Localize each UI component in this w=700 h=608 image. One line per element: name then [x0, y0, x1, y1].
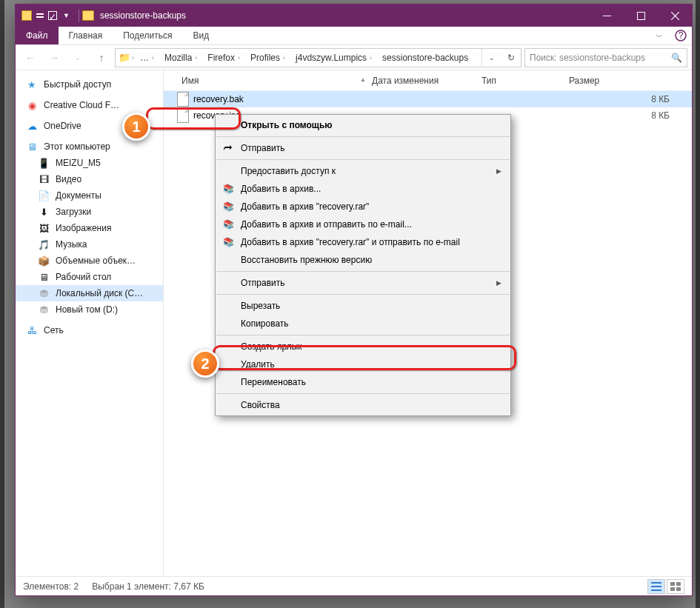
submenu-arrow-icon: ▶	[496, 279, 501, 287]
menu-send-to[interactable]: Отправить▶	[216, 274, 510, 292]
menu-add-archive-named[interactable]: 📚Добавить в архив "recovery.rar"	[216, 198, 510, 216]
window-title: sessionstore-backups	[100, 10, 186, 21]
menu-cut[interactable]: Вырезать	[216, 297, 510, 315]
search-icon: 🔍	[671, 53, 682, 63]
refresh-button[interactable]: ↻	[501, 49, 521, 67]
svg-rect-1	[637, 12, 644, 19]
column-headers[interactable]: Имя ▲ Дата изменения Тип Размер	[164, 70, 692, 91]
status-selection: Выбран 1 элемент: 7,67 КБ	[92, 581, 204, 592]
col-type[interactable]: Тип	[477, 76, 564, 86]
svg-text:?: ?	[679, 30, 684, 41]
menu-archive-named-email[interactable]: 📚Добавить в архив "recovery.rar" и отпра…	[216, 233, 510, 251]
winrar-icon: 📚	[221, 200, 235, 213]
svg-rect-6	[651, 582, 661, 584]
checkbox-icon[interactable]: ✓	[48, 11, 57, 20]
nav-forward-button[interactable]: →	[44, 47, 64, 68]
menu-restore-version[interactable]: Восстановить прежнюю версию	[216, 251, 510, 269]
address-bar[interactable]: 📁› …› Mozilla› Firefox› Profiles› j4vdsz…	[115, 48, 521, 67]
crumb[interactable]: j4vdszyw.Lumpics›	[291, 49, 376, 67]
sidebar-item[interactable]: 📱MEIZU_M5	[16, 155, 163, 171]
address-row: ← → ⌄ ↑ 📁› …› Mozilla› Firefox› Profiles…	[16, 45, 692, 70]
sidebar-item[interactable]: 📄Документы	[16, 187, 163, 204]
sidebar-item[interactable]: 📦Объемные объек…	[16, 253, 163, 269]
sidebar: ★Быстрый доступ ◉Creative Cloud F… ☁OneD…	[16, 70, 164, 576]
tab-share[interactable]: Поделиться	[113, 27, 182, 44]
menu-grant-access[interactable]: Предоставить доступ к▶	[216, 162, 510, 180]
sidebar-item-local-disk[interactable]: ⛃Локальный диск (С…	[16, 285, 163, 301]
help-button[interactable]: ?	[670, 27, 692, 44]
crumb[interactable]: Firefox›	[203, 49, 244, 67]
tab-home[interactable]: Главная	[59, 27, 113, 44]
view-icons-button[interactable]	[667, 579, 684, 594]
folder-icon: 📁	[119, 52, 130, 64]
col-size[interactable]: Размер	[564, 76, 692, 86]
view-details-button[interactable]	[647, 579, 665, 594]
col-date[interactable]: Дата изменения	[367, 76, 477, 86]
crumb[interactable]: Profiles›	[246, 49, 290, 67]
menu-open-with[interactable]: Открыть с помощью	[216, 116, 510, 134]
menu-send[interactable]: ⮫Отправить	[216, 139, 510, 157]
sidebar-item[interactable]: ⛃Новый том (D:)	[16, 301, 163, 318]
menu-add-archive[interactable]: 📚Добавить в архив...	[216, 180, 510, 198]
svg-rect-7	[651, 586, 661, 587]
winrar-icon: 📚	[221, 218, 235, 231]
sidebar-item[interactable]: 🎵Музыка	[16, 236, 163, 253]
sidebar-item[interactable]: 🖼Изображения	[16, 220, 163, 236]
status-count: Элементов: 2	[23, 581, 79, 592]
file-name: recovery.bak	[193, 94, 244, 104]
menu-properties[interactable]: Свойства	[216, 396, 510, 414]
menu-rename[interactable]: Переименовать	[216, 373, 510, 391]
nav-up-button[interactable]: ↑	[91, 47, 112, 68]
file-row[interactable]: recovery.bak 8 КБ	[164, 91, 692, 107]
winrar-icon: 📚	[221, 235, 235, 249]
svg-rect-8	[651, 589, 661, 591]
sidebar-network[interactable]: 🖧Сеть	[16, 322, 163, 338]
folder-icon	[82, 10, 94, 21]
share-icon: ⮫	[221, 141, 235, 155]
col-name[interactable]: Имя	[177, 76, 359, 86]
crumb[interactable]: …›	[136, 49, 159, 67]
maximize-button[interactable]	[624, 4, 658, 27]
crumb[interactable]: sessionstore-backups	[378, 49, 473, 67]
file-size: 8 КБ	[556, 94, 692, 104]
status-bar: Элементов: 2 Выбран 1 элемент: 7,67 КБ	[16, 576, 692, 595]
sidebar-item[interactable]: 🖥Рабочий стол	[16, 269, 163, 285]
qat-icon[interactable]	[36, 13, 44, 18]
annotation-badge: 1	[122, 113, 150, 141]
tab-view[interactable]: Вид	[182, 27, 219, 44]
annotation-badge: 2	[191, 350, 219, 378]
ribbon-expand-icon[interactable]: ﹀	[649, 27, 670, 47]
svg-rect-10	[676, 582, 681, 586]
qat-dropdown-icon[interactable]: ▼	[63, 12, 70, 19]
crumb[interactable]: Mozilla›	[160, 49, 201, 67]
titlebar[interactable]: ✓ ▼ sessionstore-backups	[16, 4, 692, 27]
ribbon: Файл Главная Поделиться Вид ﹀ ?	[16, 27, 692, 45]
file-icon	[177, 108, 189, 123]
submenu-arrow-icon: ▶	[496, 167, 501, 175]
nav-recent-button[interactable]: ⌄	[67, 47, 88, 68]
sidebar-this-pc[interactable]: 🖥Этот компьютер	[16, 138, 163, 155]
menu-delete[interactable]: Удалить	[216, 355, 510, 373]
menu-copy[interactable]: Копировать	[216, 315, 510, 333]
sidebar-item[interactable]: 🎞Видео	[16, 171, 163, 187]
folder-icon	[21, 10, 32, 21]
sidebar-item[interactable]: ⬇Загрузки	[16, 204, 163, 220]
address-dropdown-icon[interactable]: ⌄	[482, 49, 501, 67]
context-menu: Открыть с помощью ⮫Отправить Предоставит…	[215, 114, 511, 416]
file-icon	[177, 92, 189, 107]
sort-indicator-icon: ▲	[360, 76, 366, 83]
file-size: 8 КБ	[556, 110, 692, 121]
minimize-button[interactable]	[590, 4, 624, 27]
sidebar-quick-access[interactable]: ★Быстрый доступ	[16, 76, 163, 93]
menu-archive-email[interactable]: 📚Добавить в архив и отправить по e-mail.…	[216, 216, 510, 233]
winrar-icon: 📚	[221, 182, 235, 196]
search-input[interactable]: Поиск: sessionstore-backups 🔍	[524, 48, 687, 67]
svg-rect-12	[676, 587, 681, 591]
menu-create-shortcut[interactable]: Создать ярлык	[216, 338, 510, 355]
svg-rect-9	[670, 582, 675, 586]
svg-rect-11	[670, 587, 675, 591]
close-button[interactable]	[658, 4, 692, 27]
nav-back-button[interactable]: ←	[20, 47, 41, 68]
sidebar-creative-cloud[interactable]: ◉Creative Cloud F…	[16, 97, 163, 113]
tab-file[interactable]: Файл	[16, 27, 59, 44]
